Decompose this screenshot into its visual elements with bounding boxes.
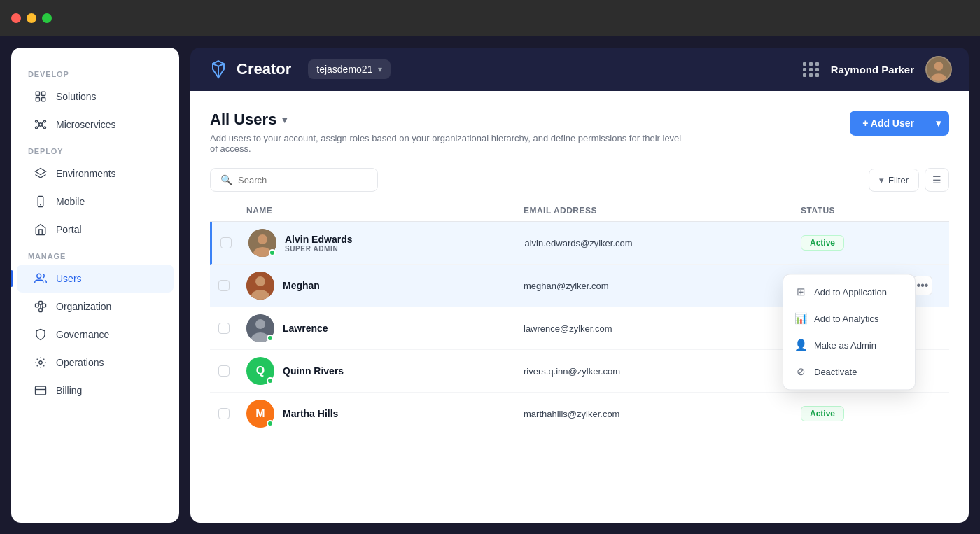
dropdown-item-make-admin[interactable]: 👤 Make as Admin bbox=[783, 332, 915, 358]
checkbox-1[interactable] bbox=[220, 237, 232, 248]
user-name-text-1: Alvin Edwards bbox=[285, 234, 352, 245]
user-status-1: Active bbox=[801, 235, 913, 251]
sidebar-section-manage: MANAGE bbox=[11, 244, 179, 265]
dropdown-item-add-to-application[interactable]: ⊞ Add to Application bbox=[783, 279, 915, 305]
svg-point-38 bbox=[255, 319, 265, 329]
sidebar-item-users[interactable]: Users bbox=[17, 265, 174, 293]
checkbox-4[interactable] bbox=[218, 365, 230, 377]
sidebar-label-portal: Portal bbox=[56, 224, 82, 235]
dropdown-item-deactivate[interactable]: ⊘ Deactivate bbox=[783, 358, 915, 385]
layers-icon bbox=[34, 167, 48, 181]
sidebar-label-governance: Governance bbox=[56, 329, 109, 340]
user-avatar[interactable] bbox=[925, 56, 952, 83]
user-email-4: rivers.q.inn@zylker.com bbox=[524, 366, 801, 377]
logo-icon bbox=[207, 58, 230, 80]
svg-line-11 bbox=[38, 125, 40, 128]
add-user-btn-label: + Add User bbox=[850, 111, 927, 136]
content-area: All Users ▾ Add users to your account, a… bbox=[190, 91, 969, 523]
add-user-button[interactable]: + Add User ▾ bbox=[850, 111, 949, 136]
table-header: Name Email Address Status bbox=[210, 200, 949, 222]
user-name-area-5: Martha Hills bbox=[283, 408, 338, 419]
close-button[interactable] bbox=[11, 13, 21, 23]
more-options-button-2[interactable]: ••• bbox=[913, 276, 932, 295]
row-checkbox-4[interactable] bbox=[218, 365, 246, 377]
sidebar-item-operations[interactable]: Operations bbox=[17, 349, 174, 377]
svg-rect-26 bbox=[36, 386, 46, 395]
dropdown-label-add-app: Add to Application bbox=[814, 287, 887, 297]
row-checkbox-1[interactable] bbox=[220, 237, 248, 248]
user-role-1: SUPER ADMIN bbox=[285, 245, 352, 253]
online-indicator-5 bbox=[267, 420, 274, 427]
checkbox-3[interactable] bbox=[218, 323, 230, 334]
sidebar-item-microservices[interactable]: Microservices bbox=[17, 111, 174, 139]
svg-rect-0 bbox=[36, 92, 39, 95]
title-chevron-icon[interactable]: ▾ bbox=[282, 114, 287, 125]
svg-rect-19 bbox=[39, 309, 43, 312]
user-name-text-3: Lawrence bbox=[283, 323, 328, 334]
sidebar-item-governance[interactable]: Governance bbox=[17, 321, 174, 349]
toolbar-right: ▾ Filter ☰ bbox=[869, 168, 949, 192]
sidebar-label-operations: Operations bbox=[56, 357, 104, 368]
online-indicator-1 bbox=[269, 249, 276, 256]
search-box[interactable]: 🔍 bbox=[210, 168, 378, 192]
online-indicator-3 bbox=[267, 335, 274, 342]
svg-marker-13 bbox=[36, 169, 46, 175]
sidebar: DEVELOP Solutions Microservices DEPLOY E… bbox=[11, 48, 179, 523]
svg-line-10 bbox=[42, 122, 44, 125]
sidebar-item-environments[interactable]: Environments bbox=[17, 160, 174, 188]
dropdown-label-deactivate: Deactivate bbox=[814, 367, 857, 377]
add-user-dropdown-arrow[interactable]: ▾ bbox=[927, 111, 949, 136]
svg-point-5 bbox=[36, 120, 38, 122]
workspace-selector[interactable]: tejasdemo21 ▾ bbox=[308, 59, 391, 79]
user-avatar-wrap-5: M bbox=[246, 400, 274, 428]
sidebar-item-solutions[interactable]: Solutions bbox=[17, 83, 174, 111]
sidebar-label-environments: Environments bbox=[56, 168, 116, 179]
layout-button[interactable]: ☰ bbox=[925, 168, 949, 192]
filter-icon: ▾ bbox=[879, 175, 884, 185]
col-email: Email Address bbox=[524, 206, 801, 216]
maximize-button[interactable] bbox=[42, 13, 52, 23]
col-actions bbox=[913, 206, 941, 216]
user-email-5: marthahills@zylker.com bbox=[524, 409, 801, 419]
user-email-2: meghan@zylker.com bbox=[524, 281, 801, 291]
checkbox-5[interactable] bbox=[218, 408, 230, 419]
sidebar-item-organization[interactable]: Organization bbox=[17, 293, 174, 321]
user-name-text-5: Martha Hills bbox=[283, 408, 338, 419]
filter-label: Filter bbox=[888, 175, 909, 185]
row-checkbox-5[interactable] bbox=[218, 408, 246, 419]
table-row[interactable]: Alvin Edwards SUPER ADMIN alvin.edwards@… bbox=[210, 222, 949, 265]
row-checkbox-2[interactable] bbox=[218, 280, 246, 291]
sidebar-item-portal[interactable]: Portal bbox=[17, 216, 174, 244]
dropdown-item-add-to-analytics[interactable]: 📊 Add to Analytics bbox=[783, 305, 915, 332]
sidebar-item-mobile[interactable]: Mobile bbox=[17, 188, 174, 216]
users-icon bbox=[34, 272, 48, 286]
table-row[interactable]: Meghan meghan@zylker.com Active ••• bbox=[210, 265, 949, 307]
user-name-area-2: Meghan bbox=[283, 280, 320, 291]
user-table: Name Email Address Status bbox=[210, 200, 949, 523]
page-subtitle: Add users to your account, assign roles … bbox=[210, 133, 686, 154]
svg-line-9 bbox=[38, 122, 40, 125]
user-info-1: Alvin Edwards SUPER ADMIN bbox=[248, 229, 525, 257]
workspace-name: tejasdemo21 bbox=[316, 64, 372, 75]
filter-button[interactable]: ▾ Filter bbox=[869, 169, 919, 192]
table-row[interactable]: M Martha Hills marthahills@zylker.com Ac… bbox=[210, 393, 949, 435]
col-name: Name bbox=[246, 206, 524, 216]
deactivate-icon: ⊘ bbox=[794, 365, 807, 378]
user-name: Raymond Parker bbox=[831, 64, 914, 76]
grid-icon bbox=[34, 90, 48, 104]
app-logo: Creator bbox=[207, 58, 291, 80]
navbar-right: Raymond Parker bbox=[803, 56, 952, 83]
user-avatar-wrap-4: Q bbox=[246, 357, 274, 385]
minimize-button[interactable] bbox=[27, 13, 36, 23]
row-checkbox-3[interactable] bbox=[218, 323, 246, 334]
sidebar-section-develop: DEVELOP bbox=[11, 62, 179, 83]
search-input[interactable] bbox=[238, 175, 368, 185]
sidebar-item-billing[interactable]: Billing bbox=[17, 377, 174, 405]
svg-rect-3 bbox=[42, 98, 46, 101]
app-container: DEVELOP Solutions Microservices DEPLOY E… bbox=[0, 36, 980, 534]
navbar: Creator tejasdemo21 ▾ Raymond Parker bbox=[190, 48, 969, 91]
user-name-text-2: Meghan bbox=[283, 280, 320, 291]
apps-grid-icon[interactable] bbox=[803, 62, 820, 77]
actions-2[interactable]: ••• bbox=[913, 276, 941, 295]
checkbox-2[interactable] bbox=[218, 280, 230, 291]
